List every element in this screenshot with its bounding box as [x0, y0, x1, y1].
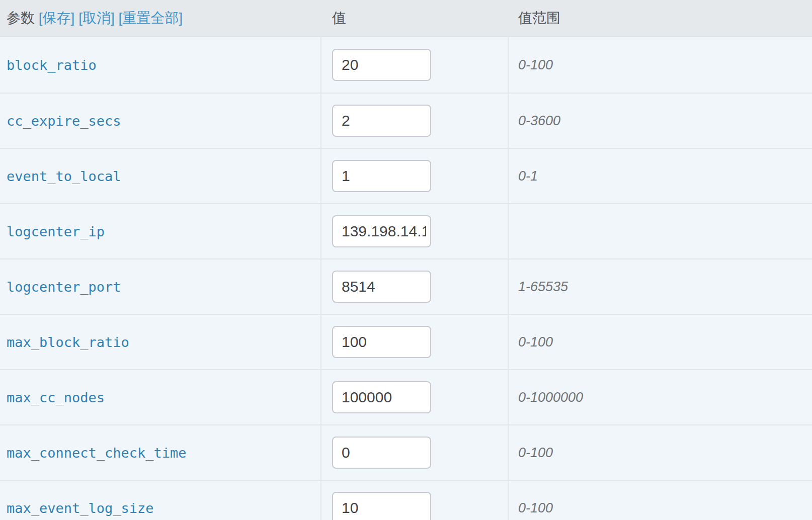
table-row: max_block_ratio 0-100: [0, 314, 812, 369]
row-cell-value: [321, 37, 509, 93]
row-cell-value: [321, 481, 509, 520]
row-cell-value: [321, 315, 509, 369]
header-separator: [35, 10, 39, 26]
row-cell-range: 1-65535: [509, 259, 812, 314]
parameter-name-link[interactable]: logcenter_ip: [7, 224, 105, 239]
row-cell-value: [321, 204, 509, 258]
parameter-name-link[interactable]: max_block_ratio: [7, 334, 129, 350]
column-header-value: 值: [332, 9, 346, 28]
parameter-range: 0-100: [518, 334, 553, 350]
parameter-name-link[interactable]: logcenter_port: [7, 279, 121, 295]
header-separator: [115, 10, 119, 26]
parameter-range: 0-100: [518, 445, 553, 461]
table-row: max_event_log_size 0-100: [0, 480, 812, 520]
parameter-range: 0-100: [518, 57, 553, 73]
table-row: cc_expire_secs 0-3600: [0, 93, 812, 148]
row-cell-range: 0-100: [509, 481, 812, 520]
table-header: 参数 [保存] [取消] [重置全部] 值 值范围: [0, 0, 812, 36]
parameter-range: 0-1: [518, 168, 538, 184]
parameter-value-input[interactable]: [332, 105, 431, 137]
row-cell-parameter: cc_expire_secs: [0, 94, 321, 148]
parameter-range: 0-1000000: [518, 390, 583, 405]
parameter-name-link[interactable]: max_connect_check_time: [7, 445, 187, 461]
parameter-value-input[interactable]: [332, 271, 431, 303]
parameter-name-link[interactable]: event_to_local: [7, 168, 121, 184]
parameter-name-link[interactable]: max_cc_nodes: [7, 390, 105, 405]
parameter-range: 1-65535: [518, 279, 568, 295]
parameter-range: 0-3600: [518, 113, 560, 129]
parameter-value-input[interactable]: [332, 381, 431, 413]
header-separator: [74, 10, 78, 26]
column-header-range: 值范围: [518, 9, 560, 28]
row-cell-parameter: logcenter_ip: [0, 204, 321, 258]
row-cell-parameter: event_to_local: [0, 149, 321, 203]
parameter-value-input[interactable]: [332, 215, 431, 247]
table-body: block_ratio 0-100 cc_expire_secs 0-3600 …: [0, 36, 812, 520]
parameters-table: 参数 [保存] [取消] [重置全部] 值 值范围 block_ratio 0-…: [0, 0, 812, 520]
save-link[interactable]: [保存]: [39, 9, 75, 28]
parameter-name-link[interactable]: cc_expire_secs: [7, 113, 121, 129]
table-row: logcenter_port 1-65535: [0, 258, 812, 314]
parameter-value-input[interactable]: [332, 437, 431, 469]
parameter-value-input[interactable]: [332, 492, 431, 520]
row-cell-parameter: max_cc_nodes: [0, 370, 321, 424]
row-cell-parameter: max_event_log_size: [0, 481, 321, 520]
reset-all-link[interactable]: [重置全部]: [118, 9, 183, 28]
header-cell-range: 值范围: [509, 0, 812, 36]
row-cell-parameter: max_block_ratio: [0, 315, 321, 369]
table-row: max_connect_check_time 0-100: [0, 424, 812, 480]
table-row: event_to_local 0-1: [0, 148, 812, 203]
header-cell-parameter: 参数 [保存] [取消] [重置全部]: [0, 0, 321, 36]
row-cell-value: [321, 259, 509, 314]
row-cell-range: 0-3600: [509, 94, 812, 148]
row-cell-range: 0-1: [509, 149, 812, 203]
table-row: max_cc_nodes 0-1000000: [0, 369, 812, 424]
cancel-link[interactable]: [取消]: [78, 9, 115, 28]
row-cell-parameter: max_connect_check_time: [0, 425, 321, 480]
row-cell-value: [321, 94, 509, 148]
row-cell-range: 0-100: [509, 425, 812, 480]
row-cell-range: 0-100: [509, 37, 812, 93]
parameter-value-input[interactable]: [332, 160, 431, 192]
row-cell-value: [321, 370, 509, 424]
parameter-name-link[interactable]: block_ratio: [7, 57, 97, 73]
table-row: block_ratio 0-100: [0, 37, 812, 93]
parameter-range: 0-100: [518, 500, 553, 516]
row-cell-value: [321, 425, 509, 480]
row-cell-range: 0-1000000: [509, 370, 812, 424]
row-cell-parameter: block_ratio: [0, 37, 321, 93]
parameter-value-input[interactable]: [332, 326, 431, 358]
table-row: logcenter_ip: [0, 203, 812, 258]
parameter-value-input[interactable]: [332, 49, 431, 81]
row-cell-range: [509, 204, 812, 258]
parameter-name-link[interactable]: max_event_log_size: [7, 500, 154, 516]
row-cell-value: [321, 149, 509, 203]
header-cell-value: 值: [321, 0, 509, 36]
row-cell-range: 0-100: [509, 315, 812, 369]
row-cell-parameter: logcenter_port: [0, 259, 321, 314]
column-header-parameter: 参数: [7, 9, 35, 28]
